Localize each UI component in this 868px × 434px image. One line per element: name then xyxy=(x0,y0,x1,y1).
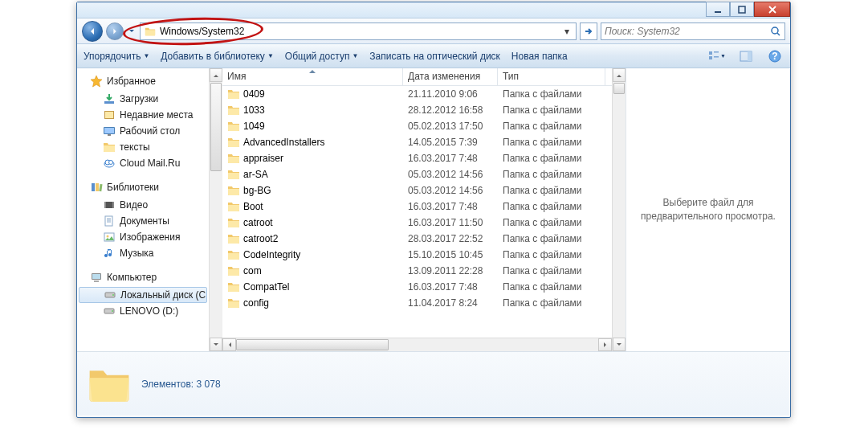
forward-button[interactable] xyxy=(106,23,124,40)
sidebar-computer-header[interactable]: Компьютер xyxy=(77,269,209,287)
folder-icon xyxy=(227,136,240,149)
share-button[interactable]: Общий доступ▼ xyxy=(285,51,359,62)
file-list: Имя Дата изменения Тип 040921.11.2010 9:… xyxy=(222,68,612,351)
svg-rect-31 xyxy=(714,56,719,58)
folder-icon xyxy=(227,232,240,245)
table-row[interactable]: CompatTel16.03.2017 7:48Папка с файлами xyxy=(222,279,612,295)
scroll-down-icon[interactable] xyxy=(210,338,222,351)
cloud-icon xyxy=(103,157,116,170)
sidebar-item-label: тексты xyxy=(120,141,150,153)
preview-pane: Выберите файл для предварительного просм… xyxy=(626,68,790,351)
history-dropdown[interactable] xyxy=(127,28,137,35)
scroll-up-icon[interactable] xyxy=(613,68,626,82)
file-name: AdvancedInstallers xyxy=(243,137,324,148)
file-date: 05.03.2012 14:56 xyxy=(408,185,503,196)
address-bar[interactable]: ▾ xyxy=(140,23,577,40)
table-row[interactable]: ar-SA05.03.2012 14:56Папка с файлами xyxy=(222,166,612,182)
back-button[interactable] xyxy=(82,21,103,42)
preview-pane-button[interactable] xyxy=(737,47,755,65)
svg-rect-25 xyxy=(715,11,721,13)
sidebar-item[interactable]: LENOVO (D:) xyxy=(77,303,209,319)
svg-rect-28 xyxy=(709,51,712,55)
file-name: CompatTel xyxy=(243,281,289,293)
sidebar-item[interactable]: Рабочий стол xyxy=(77,123,209,139)
folder-icon xyxy=(227,88,240,100)
file-type: Папка с файлами xyxy=(503,137,610,148)
column-name[interactable]: Имя xyxy=(222,68,403,85)
file-type: Папка с файлами xyxy=(503,249,610,260)
burn-button[interactable]: Записать на оптический диск xyxy=(369,51,500,62)
address-dropdown-icon[interactable]: ▾ xyxy=(561,26,573,37)
sidebar-item[interactable]: Изображения xyxy=(77,229,209,245)
scroll-thumb[interactable] xyxy=(613,83,625,94)
file-date: 16.03.2017 7:48 xyxy=(408,153,503,164)
recent-icon xyxy=(103,108,116,121)
table-row[interactable]: bg-BG05.03.2012 14:56Папка с файлами xyxy=(222,182,612,199)
file-type: Папка с файлами xyxy=(503,281,610,293)
column-type[interactable]: Тип xyxy=(498,68,605,85)
sidebar-scrollbar[interactable] xyxy=(209,68,222,351)
table-row[interactable]: catroot228.03.2017 22:52Папка с файлами xyxy=(222,231,612,247)
file-type: Папка с файлами xyxy=(503,169,610,180)
minimize-button[interactable] xyxy=(706,2,730,17)
table-row[interactable]: Boot16.03.2017 7:48Папка с файлами xyxy=(222,199,612,215)
sidebar-libraries-header[interactable]: Библиотеки xyxy=(77,179,209,197)
sidebar-item[interactable]: Локальный диск (C xyxy=(79,287,207,303)
help-button[interactable] xyxy=(766,47,784,65)
view-button[interactable]: ▼ xyxy=(708,47,726,65)
table-row[interactable]: 104905.02.2013 17:50Папка с файлами xyxy=(222,118,612,134)
table-row[interactable]: appraiser16.03.2017 7:48Папка с файлами xyxy=(222,150,612,166)
table-row[interactable]: 040921.11.2010 9:06Папка с файлами xyxy=(222,86,612,102)
file-name: CodeIntegrity xyxy=(243,249,300,260)
sidebar-item[interactable]: Недавние места xyxy=(77,107,209,123)
file-type: Папка с файлами xyxy=(503,201,610,212)
new-folder-button[interactable]: Новая папка xyxy=(511,51,568,62)
table-row[interactable]: 103328.12.2012 16:58Папка с файлами xyxy=(222,102,612,118)
sidebar-item[interactable]: Cloud Mail.Ru xyxy=(77,155,209,171)
sidebar-item[interactable]: Видео xyxy=(77,197,209,213)
search-box[interactable] xyxy=(601,23,785,40)
scroll-left-icon[interactable] xyxy=(222,338,236,351)
scroll-thumb[interactable] xyxy=(236,339,389,350)
file-name: 1033 xyxy=(243,104,265,116)
file-date: 14.05.2015 7:39 xyxy=(408,137,503,148)
address-input[interactable] xyxy=(160,26,561,37)
file-type: Папка с файлами xyxy=(503,297,610,309)
scroll-down-icon[interactable] xyxy=(613,338,626,351)
file-date: 21.11.2010 9:06 xyxy=(408,88,503,100)
add-library-button[interactable]: Добавить в библиотеку▼ xyxy=(161,51,273,62)
horizontal-scrollbar[interactable] xyxy=(222,338,612,351)
sidebar-item[interactable]: Загрузки xyxy=(77,91,209,107)
file-type: Папка с файлами xyxy=(503,217,610,228)
file-date: 16.03.2017 11:50 xyxy=(408,217,503,228)
sidebar-favorites-header[interactable]: Избранное xyxy=(77,73,209,91)
table-row[interactable]: com13.09.2011 22:28Папка с файлами xyxy=(222,263,612,279)
table-row[interactable]: catroot16.03.2017 11:50Папка с файлами xyxy=(222,215,612,231)
file-date: 28.12.2012 16:58 xyxy=(408,104,503,116)
table-row[interactable]: config11.04.2017 8:24Папка с файлами xyxy=(222,295,612,311)
sidebar: Избранное ЗагрузкиНедавние местаРабочий … xyxy=(77,68,222,351)
table-row[interactable]: CodeIntegrity15.10.2015 10:45Папка с фай… xyxy=(222,247,612,263)
close-button[interactable] xyxy=(754,2,790,17)
file-type: Папка с файлами xyxy=(503,121,610,132)
images-icon xyxy=(103,231,116,244)
column-date[interactable]: Дата изменения xyxy=(403,68,498,85)
folder-icon xyxy=(227,184,240,197)
sidebar-item[interactable]: Документы xyxy=(77,213,209,229)
folder-icon xyxy=(227,120,240,133)
vertical-scrollbar[interactable] xyxy=(612,68,626,351)
folder-icon xyxy=(227,297,240,309)
scroll-up-icon[interactable] xyxy=(210,68,222,82)
sidebar-item[interactable]: Музыка xyxy=(77,245,209,261)
file-name: Boot xyxy=(243,201,263,212)
scroll-thumb[interactable] xyxy=(210,83,222,171)
scroll-right-icon[interactable] xyxy=(598,338,612,351)
status-bar: Элементов: 3 078 xyxy=(77,351,790,416)
sidebar-item-label: Недавние места xyxy=(120,109,193,121)
search-input[interactable] xyxy=(605,26,770,37)
organize-button[interactable]: Упорядочить▼ xyxy=(84,51,149,62)
sidebar-item[interactable]: тексты xyxy=(77,139,209,155)
maximize-button[interactable] xyxy=(730,2,754,17)
table-row[interactable]: AdvancedInstallers14.05.2015 7:39Папка с… xyxy=(222,134,612,150)
go-button[interactable] xyxy=(580,23,597,40)
